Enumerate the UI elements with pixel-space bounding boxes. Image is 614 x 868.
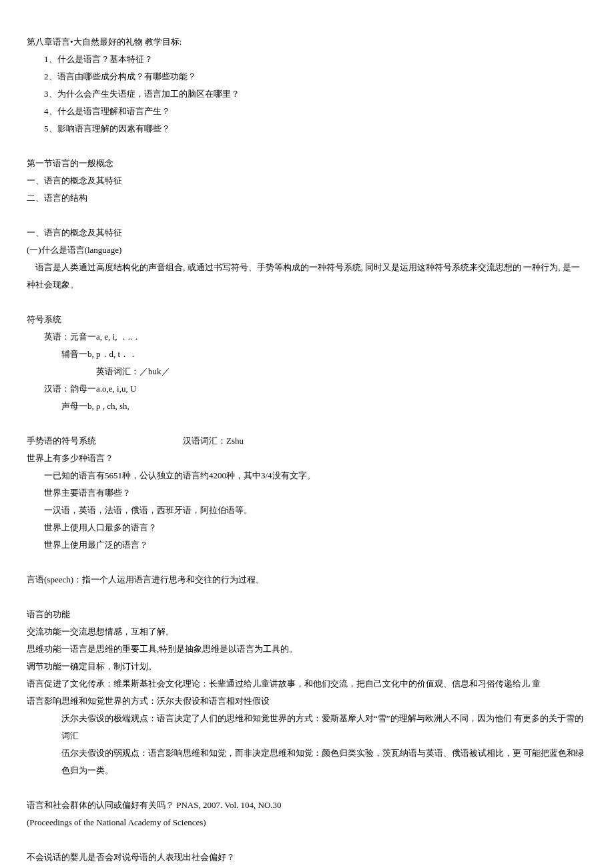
function-4: 语言促进了文化传承：维果斯基社会文化理论：长辈通过给儿童讲故事，和他们交流，把自… <box>27 675 587 693</box>
concept-definition: 语言是人类通过高度结构化的声音组合, 或通过书写符号、手势等构成的一种符号系统,… <box>27 259 587 294</box>
gesture-left: 手势语的符号系统 <box>27 432 183 450</box>
infant-question: 不会说话的婴儿是否会对说母语的人表现出社会偏好？ <box>27 849 587 866</box>
symbol-line-2: 辅音一b, p．d, t．． <box>27 346 587 363</box>
objective-1: 1、什么是语言？基本特征？ <box>27 51 587 68</box>
objective-4: 4、什么是语言理解和语言产生？ <box>27 103 587 120</box>
languages-q3: 世界上使用人口最多的语言？ <box>27 519 587 536</box>
symbol-line-3: 英语词汇：／buk／ <box>27 363 587 380</box>
gesture-right: 汉语词汇：Zshu <box>183 432 244 450</box>
study-question: 语言和社会群体的认同或偏好有关吗？ PNAS, 2007. Vol. 104, … <box>27 797 587 814</box>
section1-heading: 第一节语言的一般概念 <box>27 155 587 172</box>
function-5a: 沃尔夫假设的极端观点：语言决定了人们的思维和知觉世界的方式：爱斯基摩人对“雪”的… <box>27 710 587 745</box>
functions-heading: 语言的功能 <box>27 606 587 623</box>
study-reference: (Proceedings of the National Academy of … <box>27 814 587 831</box>
languages-q4: 世界上使用最广泛的语言？ <box>27 536 587 554</box>
function-5b: 伍尔夫假设的弱观点：语言影响思维和知觉，而非决定思维和知觉：颜色归类实验，茨瓦纳… <box>27 745 587 779</box>
section1-sub2: 二、语言的结构 <box>27 189 587 207</box>
function-2: 思维功能一语言是思维的重要工具,特别是抽象思维是以语言为工具的。 <box>27 640 587 658</box>
gesture-row: 手势语的符号系统 汉语词汇：Zshu <box>27 432 587 450</box>
languages-q2: 世界主要语言有哪些？ <box>27 484 587 502</box>
objective-3: 3、为什么会产生失语症，语言加工的脑区在哪里？ <box>27 85 587 103</box>
languages-q1: 世界上有多少种语言？ <box>27 450 587 467</box>
function-5: 语言影响思维和知觉世界的方式：沃尔夫假设和语言相对性假设 <box>27 693 587 710</box>
symbol-line-1: 英语：元音一a, e, i, ．..． <box>27 328 587 346</box>
symbol-line-5: 声母一b, ρ , ch, sh, <box>27 398 587 415</box>
section1-sub1: 一、语言的概念及其特征 <box>27 172 587 189</box>
function-1: 交流功能一交流思想情感，互相了解。 <box>27 623 587 640</box>
symbol-line-4: 汉语：韵母一a.o,e, i,u, U <box>27 380 587 398</box>
concept-heading: 一、语言的概念及其特征 <box>27 224 587 242</box>
objective-5: 5、影响语言理解的因素有哪些？ <box>27 120 587 137</box>
languages-a2: 一汉语，英语，法语，俄语，西班牙语，阿拉伯语等。 <box>27 502 587 519</box>
objective-2: 2、语言由哪些成分构成？有哪些功能？ <box>27 68 587 85</box>
concept-sub: (一)什么是语言(language) <box>27 242 587 259</box>
chapter-title: 第八章语言•大自然最好的礼物 教学目标: <box>27 33 587 51</box>
languages-a1: 一已知的语言有5651种，公认独立的语言约4200种，其中3/4没有文字。 <box>27 467 587 484</box>
speech-definition: 言语(speech)：指一个人运用语言进行思考和交往的行为过程。 <box>27 571 587 588</box>
function-3: 调节功能一确定目标，制订计划。 <box>27 658 587 675</box>
symbol-system-heading: 符号系统 <box>27 311 587 328</box>
